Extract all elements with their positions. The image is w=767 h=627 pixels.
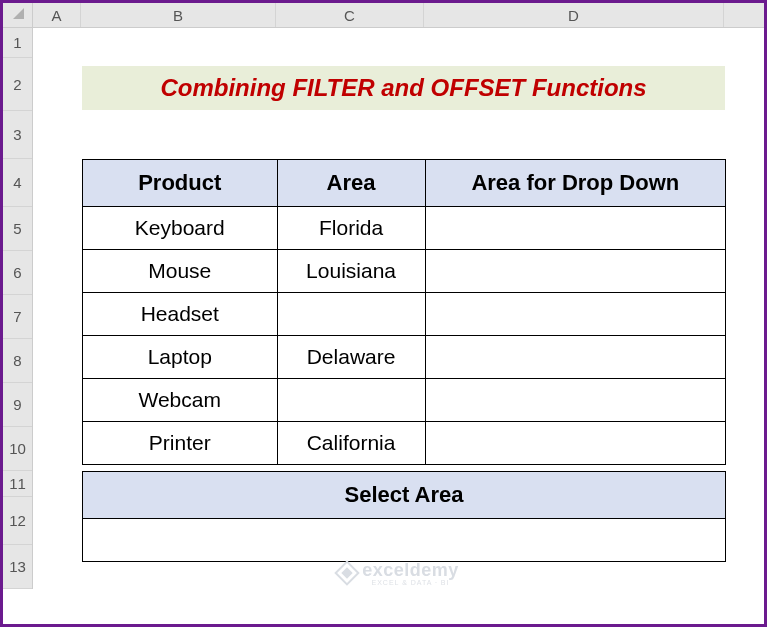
cell-dropdown[interactable]	[425, 207, 725, 250]
cell-dropdown[interactable]	[425, 250, 725, 293]
cell-area[interactable]: Delaware	[277, 336, 425, 379]
cell-area[interactable]	[277, 379, 425, 422]
cell-product[interactable]: Webcam	[83, 379, 278, 422]
row-header-13[interactable]: 13	[3, 545, 32, 589]
select-area-cell[interactable]	[83, 519, 726, 562]
header-dropdown[interactable]: Area for Drop Down	[425, 160, 725, 207]
cell-area[interactable]: Florida	[277, 207, 425, 250]
watermark-text: exceldemy EXCEL & DATA · BI	[362, 560, 459, 586]
row-header-9[interactable]: 9	[3, 383, 32, 427]
header-area[interactable]: Area	[277, 160, 425, 207]
table-row: Webcam	[83, 379, 726, 422]
row-header-8[interactable]: 8	[3, 339, 32, 383]
row-headers: 1 2 3 4 5 6 7 8 9 10 11 12 13	[3, 28, 33, 589]
column-headers: A B C D	[33, 3, 764, 28]
col-header-d[interactable]: D	[424, 3, 724, 27]
row-header-11[interactable]: 11	[3, 471, 32, 497]
watermark-tagline: EXCEL & DATA · BI	[362, 579, 459, 586]
select-area-table: Select Area	[82, 471, 726, 562]
select-all-icon	[11, 6, 25, 20]
data-table: Product Area Area for Drop Down Keyboard…	[82, 159, 726, 465]
row-header-1[interactable]: 1	[3, 28, 32, 58]
cell-product[interactable]: Laptop	[83, 336, 278, 379]
col-header-c[interactable]: C	[276, 3, 424, 27]
select-area-header[interactable]: Select Area	[83, 472, 726, 519]
watermark-brand: exceldemy	[362, 560, 459, 580]
table-row: Mouse Louisiana	[83, 250, 726, 293]
select-all-corner[interactable]	[3, 3, 33, 28]
row-header-6[interactable]: 6	[3, 251, 32, 295]
cell-dropdown[interactable]	[425, 293, 725, 336]
row-header-2[interactable]: 2	[3, 58, 32, 111]
row-header-10[interactable]: 10	[3, 427, 32, 471]
cell-dropdown[interactable]	[425, 379, 725, 422]
cell-dropdown[interactable]	[425, 336, 725, 379]
table-row: Laptop Delaware	[83, 336, 726, 379]
cell-area[interactable]	[277, 293, 425, 336]
cell-product[interactable]: Printer	[83, 422, 278, 465]
cell-area[interactable]: Louisiana	[277, 250, 425, 293]
table-row: Printer California	[83, 422, 726, 465]
row-header-4[interactable]: 4	[3, 159, 32, 207]
row-header-3[interactable]: 3	[3, 111, 32, 159]
page-title: Combining FILTER and OFFSET Functions	[82, 66, 725, 110]
row-header-12[interactable]: 12	[3, 497, 32, 545]
header-product[interactable]: Product	[83, 160, 278, 207]
app-frame: A B C D 1 2 3 4 5 6 7 8 9 10 11 12 13 Co…	[0, 0, 767, 627]
cell-dropdown[interactable]	[425, 422, 725, 465]
sheet-area[interactable]: Combining FILTER and OFFSET Functions Pr…	[33, 28, 764, 624]
watermark: exceldemy EXCEL & DATA · BI	[33, 560, 764, 586]
cell-product[interactable]: Mouse	[83, 250, 278, 293]
row-header-7[interactable]: 7	[3, 295, 32, 339]
cell-area[interactable]: California	[277, 422, 425, 465]
watermark-logo-icon	[334, 560, 359, 585]
table-row: Headset	[83, 293, 726, 336]
table-header-row: Product Area Area for Drop Down	[83, 160, 726, 207]
table-row: Keyboard Florida	[83, 207, 726, 250]
col-header-b[interactable]: B	[81, 3, 276, 27]
cell-product[interactable]: Keyboard	[83, 207, 278, 250]
row-header-5[interactable]: 5	[3, 207, 32, 251]
col-header-a[interactable]: A	[33, 3, 81, 27]
cell-product[interactable]: Headset	[83, 293, 278, 336]
